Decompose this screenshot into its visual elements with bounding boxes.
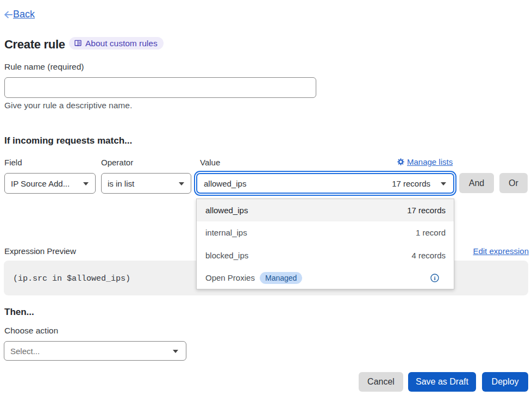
svg-text:i: i [434, 275, 435, 281]
